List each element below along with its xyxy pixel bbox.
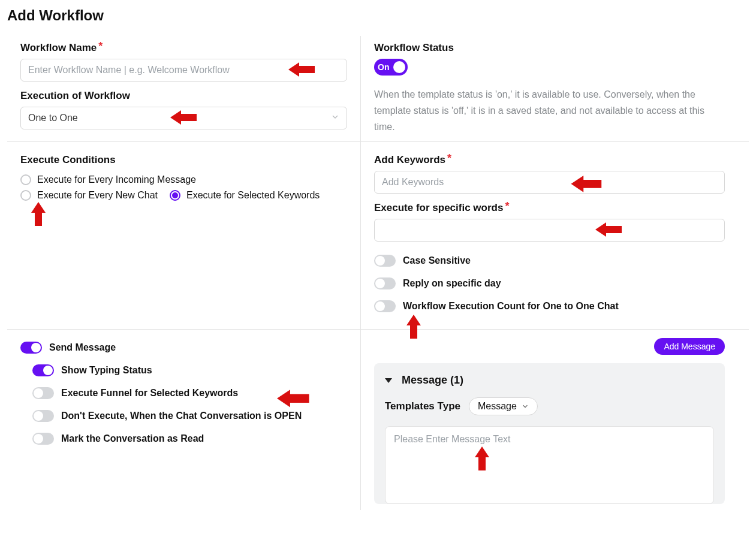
chevron-down-icon (331, 113, 339, 123)
typing-status-label: Show Typing Status (61, 365, 152, 376)
typing-status-toggle[interactable] (32, 364, 54, 376)
reply-day-label: Reply on specific day (403, 278, 501, 289)
chevron-down-icon (522, 403, 529, 410)
keywords-label: Add Keywords* (374, 154, 725, 166)
radio-every-message[interactable] (20, 174, 31, 185)
send-message-label: Send Message (49, 342, 116, 353)
hint-arrow-icon (475, 447, 493, 478)
radio-selected-keywords[interactable] (170, 190, 180, 201)
add-message-button[interactable]: Add Message (654, 338, 725, 355)
hint-arrow-icon (288, 62, 316, 80)
specific-words-input[interactable] (374, 219, 725, 242)
status-label: Workflow Status (374, 42, 725, 54)
conditions-label: Execute Conditions (20, 154, 347, 166)
message-panel: Message (1) Templates Type Message Pleas… (374, 363, 725, 504)
hint-arrow-icon (595, 222, 623, 240)
radio-every-message-label: Execute for Every Incoming Message (37, 174, 196, 185)
status-toggle[interactable]: On (374, 59, 408, 76)
funnel-toggle[interactable] (32, 387, 54, 399)
templates-type-select[interactable]: Message (469, 397, 538, 415)
workflow-name-label: Workflow Name* (20, 42, 347, 54)
execution-label: Execution of Workflow (20, 90, 347, 102)
radio-selected-keywords-label: Execute for Selected Keywords (186, 190, 320, 201)
funnel-label: Execute Funnel for Selected Keywords (61, 388, 238, 399)
exec-count-label: Workflow Execution Count for One to One … (403, 301, 619, 312)
mark-read-toggle[interactable] (32, 433, 54, 445)
hint-arrow-icon (170, 110, 198, 128)
hint-arrow-icon (569, 176, 605, 196)
collapse-icon[interactable] (385, 378, 392, 383)
reply-day-toggle[interactable] (374, 277, 396, 289)
status-help-text: When the template status is 'on,' it is … (374, 86, 725, 135)
message-text-input[interactable]: Please Enter Message Text (385, 426, 714, 504)
page-title: Add Workflow (7, 7, 749, 24)
case-sensitive-toggle[interactable] (374, 255, 396, 267)
radio-new-chat[interactable] (20, 190, 31, 201)
specific-words-label: Execute for specific words* (374, 202, 725, 214)
hint-arrow-icon (277, 390, 311, 411)
exec-count-toggle[interactable] (374, 300, 396, 312)
keywords-input[interactable] (374, 171, 725, 194)
radio-new-chat-label: Execute for Every New Chat (37, 190, 158, 201)
send-message-toggle[interactable] (20, 342, 42, 354)
hint-arrow-icon (31, 202, 47, 230)
case-sensitive-label: Case Sensitive (403, 255, 471, 266)
dont-execute-label: Don't Execute, When the Chat Conversatio… (61, 411, 302, 421)
templates-type-label: Templates Type (385, 400, 460, 412)
dont-execute-toggle[interactable] (32, 410, 54, 422)
mark-read-label: Mark the Conversation as Read (61, 433, 204, 444)
message-title: Message (1) (402, 374, 463, 387)
hint-arrow-icon (406, 315, 422, 342)
